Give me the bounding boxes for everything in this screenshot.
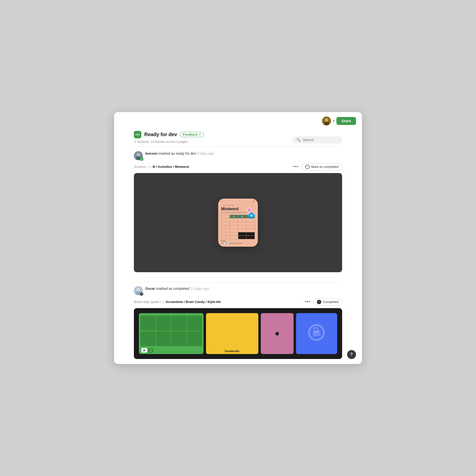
- feedback-button[interactable]: Feedback ↗: [180, 132, 204, 137]
- avatar-image: [322, 117, 331, 125]
- activity-1-frame-preview[interactable]: 🌸 💠 • ☰ ← ALL ACTIVITIES Miniword Fill i…: [134, 173, 342, 272]
- brand-grid-cell: [171, 316, 186, 331]
- phone-dot-icon: •: [222, 201, 222, 202]
- help-button[interactable]: ?: [347, 350, 356, 359]
- brand-blue-icon: [306, 323, 327, 345]
- svg-point-4: [137, 153, 140, 156]
- brand-card-blue: [296, 313, 337, 354]
- phone-status-bar: • ☰: [218, 199, 258, 204]
- completed-button[interactable]: ✓ Completed: [313, 298, 342, 306]
- search-icon: 🔍: [297, 138, 301, 142]
- brand-grid-cell: [140, 316, 155, 331]
- brand-grid-cell: [171, 331, 186, 346]
- brand-card-yellow: Doodleville: [206, 313, 258, 354]
- activity-2-header: ✓ Oscar marked as completed 11 days ago: [134, 286, 342, 295]
- avatar[interactable]: [322, 117, 331, 125]
- header: ▾ Share: [114, 112, 362, 128]
- activity-1-breadcrumb: Screens / # M / Activities / Miniword: [134, 165, 189, 169]
- clue-label: Across: [221, 240, 255, 242]
- svg-rect-10: [312, 330, 321, 337]
- svg-point-2: [324, 122, 329, 125]
- brand-grid-cell: [187, 316, 202, 331]
- divider-2: [134, 282, 342, 282]
- check-circle-filled-icon: ✓: [317, 300, 321, 304]
- activity-1-meta: benson marked as ready for dev 9 days ag…: [145, 151, 342, 156]
- activity-2-text: Oscar marked as completed 11 days ago: [145, 287, 209, 291]
- breadcrumb2-prefix: Brand style guide /: [134, 300, 161, 304]
- mark-as-completed-button[interactable]: ✓ Mark as completed: [301, 163, 342, 171]
- more-options-button[interactable]: •••: [293, 164, 298, 169]
- activity-1-user: benson: [145, 151, 158, 155]
- activity-2-action: marked as completed: [156, 287, 189, 291]
- clue-text: The SUN is too bright, my eyes!: [221, 242, 255, 244]
- back-link: ← ALL ACTIVITIES: [221, 205, 255, 206]
- activity-2-breadcrumb-row: Brand style guide / # Screentime / Brain…: [134, 298, 342, 306]
- brand-grid: [140, 316, 202, 346]
- completed-label: Completed: [323, 300, 338, 304]
- brand-grid-cell: [187, 331, 202, 346]
- code-icon-label: </>: [135, 133, 140, 136]
- mark-completed-label: Mark as completed: [311, 165, 338, 169]
- svg-point-1: [325, 118, 328, 122]
- brand-for-kids: FORKIDS: [148, 349, 153, 353]
- breadcrumb-hash-icon: #: [149, 165, 152, 169]
- brand-doodleville: Doodleville: [225, 350, 239, 353]
- activity-2-avatar: ✓: [134, 286, 143, 295]
- activity-2-meta: Oscar marked as completed 11 days ago: [145, 286, 342, 291]
- svg-rect-11: [314, 327, 318, 332]
- activity-1-time: 9 days ago: [197, 151, 214, 155]
- flower-blue-icon: 💠: [247, 211, 256, 220]
- external-link-icon: ↗: [199, 133, 201, 136]
- activity-2-actions: ••• ✓ Completed: [305, 298, 342, 306]
- activity-1-breadcrumb-row: Screens / # M / Activities / Miniword ••…: [134, 163, 342, 171]
- activity-2-time: 11 days ago: [190, 287, 209, 291]
- svg-point-7: [137, 288, 140, 291]
- feedback-label: Feedback: [183, 133, 198, 136]
- activity-1-actions: ••• ✓ Mark as completed: [293, 163, 342, 171]
- brand-card-green: B FORKIDS: [139, 313, 204, 354]
- brand-grid-cell: [156, 316, 171, 331]
- brand-card-purple: [261, 313, 294, 354]
- search-bar[interactable]: 🔍: [293, 136, 342, 144]
- activity-1-header: </> benson marked as ready for dev 9 day…: [134, 151, 342, 160]
- phone-mockup: 🌸 💠 • ☰ ← ALL ACTIVITIES Miniword Fill i…: [218, 199, 258, 247]
- breadcrumb2-hash-icon: #: [162, 300, 165, 304]
- activity-1-avatar: </>: [134, 151, 143, 160]
- brand-style-preview[interactable]: B FORKIDS Doodleville: [134, 308, 342, 359]
- phone-menu-icon: ☰: [253, 201, 254, 203]
- header-right: ▾ Share: [322, 117, 356, 125]
- completed-overlay: ✓: [140, 292, 143, 296]
- search-input[interactable]: [303, 138, 338, 142]
- clue-answer: SUN: [224, 242, 229, 244]
- activity-2-breadcrumb: Brand style guide / # Screentime / Brain…: [134, 300, 221, 304]
- code-icon: </>: [134, 131, 141, 138]
- avatar-chevron-down-icon[interactable]: ▾: [333, 119, 334, 123]
- ready-for-dev-overlay: </>: [140, 157, 143, 161]
- brand-grid-cell: [156, 331, 171, 346]
- activity-2: ✓ Oscar marked as completed 11 days ago …: [114, 286, 362, 364]
- activity-2-user: Oscar: [145, 287, 155, 291]
- brand-b-logo: B: [141, 348, 147, 353]
- clue-row: Across The SUN is too bright, my eyes!: [221, 239, 255, 245]
- activity-1-text: benson marked as ready for dev 9 days ag…: [145, 151, 214, 155]
- breadcrumb-prefix: Screens /: [134, 165, 148, 169]
- activity-1: </> benson marked as ready for dev 9 day…: [114, 146, 362, 282]
- brand-dot-icon: [275, 332, 279, 335]
- brand-grid-cell: [140, 331, 155, 346]
- share-button[interactable]: Share: [336, 117, 356, 125]
- more-options-button-2[interactable]: •••: [305, 299, 310, 304]
- breadcrumb2-frame: Screentime / Brain Candy / Style-tile: [166, 300, 221, 304]
- check-circle-icon: ✓: [305, 165, 310, 169]
- breadcrumb-frame: M / Activities / Miniword: [152, 165, 189, 169]
- page-title: Ready for dev: [144, 132, 177, 137]
